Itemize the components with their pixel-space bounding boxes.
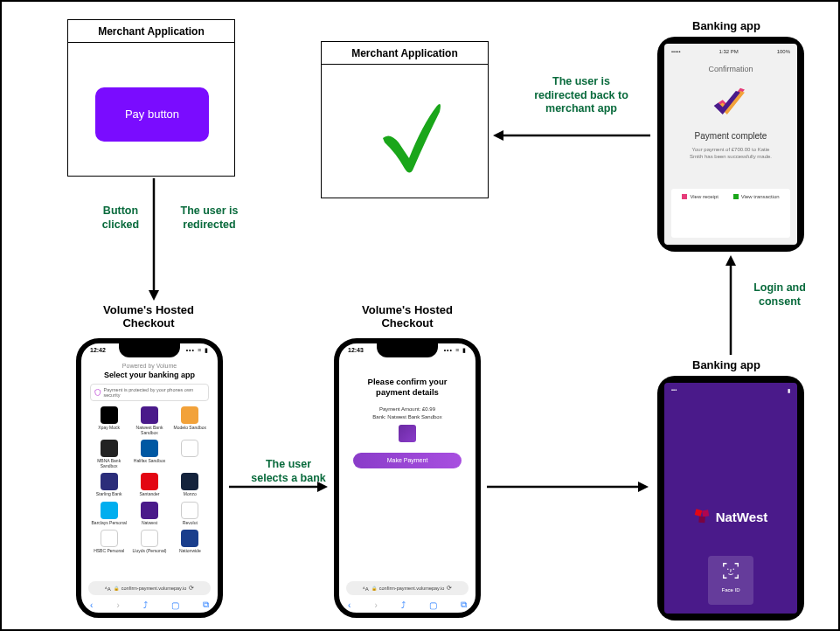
back-icon[interactable]: ‹ bbox=[348, 600, 351, 610]
bank-option[interactable]: Halifax Sandbox bbox=[130, 440, 168, 468]
volume-checkout-2: 12:43 ••• ≡ ▮ Please confirm your paymen… bbox=[334, 338, 481, 618]
status-bar: •••▮ bbox=[671, 387, 790, 393]
svg-rect-8 bbox=[698, 517, 705, 524]
checkmark-icon bbox=[374, 90, 444, 177]
payment-complete-icon bbox=[712, 82, 749, 119]
svg-rect-6 bbox=[695, 509, 703, 517]
svg-marker-14 bbox=[493, 130, 503, 141]
share-icon[interactable]: ⤴ bbox=[401, 600, 406, 610]
security-notice: Payment is protected by your phones own … bbox=[90, 384, 209, 401]
banking-app-login: •••▮ NatWest Face ID bbox=[657, 376, 804, 621]
bank-option[interactable]: HSBC Personal bbox=[90, 530, 128, 554]
faceid-icon bbox=[721, 561, 740, 580]
bookmarks-icon[interactable]: ▢ bbox=[429, 600, 437, 610]
volume-checkout-1: 12:42 ••• ≡ ▮ Powered by Volume Select y… bbox=[76, 338, 223, 618]
merchant-app-after: Merchant Application bbox=[321, 41, 489, 198]
natwest-brand: NatWest bbox=[694, 508, 768, 525]
status-icons: ••• ≡ ▮ bbox=[186, 347, 209, 354]
bank-option[interactable]: Nationwide bbox=[171, 530, 209, 554]
merchant-app-before: Merchant Application Pay button bbox=[67, 19, 235, 177]
view-receipt-button[interactable]: View receipt bbox=[682, 194, 719, 199]
bank-option[interactable]: Starling Bank bbox=[90, 473, 128, 497]
merchant-title: Merchant Application bbox=[68, 20, 234, 43]
volume-checkout-2-label: Volume's Hosted Checkout bbox=[346, 303, 469, 329]
payment-complete-headline: Payment complete bbox=[664, 131, 797, 141]
payment-detail: Your payment of £700.00 to KatieSmith ha… bbox=[664, 147, 797, 161]
svg-marker-12 bbox=[725, 255, 736, 266]
caption-button-clicked: Button clicked bbox=[95, 205, 146, 232]
powered-by: Powered by Volume bbox=[81, 363, 218, 369]
selected-bank-icon bbox=[399, 425, 416, 442]
bank-option[interactable]: Monzo bbox=[171, 473, 209, 497]
tabs-icon[interactable]: ⧉ bbox=[461, 600, 467, 610]
bank-grid: Xpay MockNatwest Bank SandboxModelo Sand… bbox=[90, 406, 209, 554]
bank-option[interactable] bbox=[171, 440, 209, 468]
bank-option[interactable]: Santander bbox=[130, 473, 168, 497]
arrow-left-icon bbox=[493, 127, 650, 144]
select-bank-title: Select your banking app bbox=[81, 371, 218, 379]
payment-details: Payment Amount: £0.99Bank: Natwest Bank … bbox=[339, 406, 476, 421]
safari-toolbar: ‹ › ⤴ ▢ ⧉ bbox=[348, 599, 467, 611]
banking-app-confirm-label: Banking app bbox=[692, 19, 760, 32]
natwest-logo-icon bbox=[694, 508, 712, 525]
forward-icon[interactable]: › bbox=[374, 600, 377, 610]
caption-redirected: The user is redirected bbox=[172, 205, 246, 232]
bank-option[interactable]: MBNA Bank Sandbox bbox=[90, 440, 128, 468]
status-time: 12:43 bbox=[348, 347, 364, 353]
make-payment-button[interactable]: Make Payment bbox=[353, 453, 462, 468]
diagram-canvas: Merchant Application Pay button Merchant… bbox=[0, 0, 840, 631]
volume-checkout-1-label: Volume's Hosted Checkout bbox=[87, 303, 210, 329]
caption-login-consent: Login and consent bbox=[745, 281, 815, 309]
svg-marker-5 bbox=[638, 482, 649, 492]
merchant-title: Merchant Application bbox=[322, 42, 488, 65]
faceid-prompt[interactable]: Face ID bbox=[708, 556, 753, 605]
bank-option[interactable]: Lloyds (Personal) bbox=[130, 530, 168, 554]
forward-icon[interactable]: › bbox=[116, 600, 119, 610]
safari-toolbar: ‹ › ⤴ ▢ ⧉ bbox=[90, 599, 209, 611]
status-time: 12:42 bbox=[90, 347, 106, 353]
status-bar: •••••1:32 PM100% bbox=[671, 49, 790, 54]
confirmation-title: Confirmation bbox=[664, 65, 797, 73]
caption-selects-bank: The user selects a bank bbox=[249, 458, 328, 485]
bank-option[interactable]: Natwest Bank Sandbox bbox=[130, 406, 168, 435]
address-bar[interactable]: ᴬA 🔒 confirm-payment.volumepay.io ⟳ bbox=[88, 581, 211, 595]
share-icon[interactable]: ⤴ bbox=[143, 600, 148, 610]
bank-option[interactable]: Modelo Sandbox bbox=[171, 406, 209, 435]
svg-rect-7 bbox=[702, 510, 709, 517]
svg-marker-1 bbox=[149, 290, 159, 301]
bank-option[interactable]: Natwest bbox=[130, 502, 168, 526]
arrow-up-icon bbox=[722, 255, 739, 355]
tabs-icon[interactable]: ⧉ bbox=[203, 600, 209, 610]
pay-button[interactable]: Pay button bbox=[95, 87, 209, 142]
confirm-title: Please confirm your payment details bbox=[339, 377, 476, 399]
banking-app-confirm: •••••1:32 PM100% Confirmation Payment co… bbox=[657, 37, 804, 252]
view-transaction-button[interactable]: View transaction bbox=[733, 194, 780, 199]
bookmarks-icon[interactable]: ▢ bbox=[171, 600, 179, 610]
bank-option[interactable]: Barclays Personal bbox=[90, 502, 128, 526]
confirm-actions: View receipt View transaction bbox=[671, 189, 790, 238]
caption-redirected-back: The user is redirected back to merchant … bbox=[533, 75, 629, 116]
bank-option[interactable]: Revolut bbox=[171, 502, 209, 526]
address-bar[interactable]: ᴬA 🔒 confirm-payment.volumepay.io ⟳ bbox=[346, 581, 469, 595]
status-icons: ••• ≡ ▮ bbox=[444, 347, 467, 354]
arrow-down-icon bbox=[145, 178, 163, 301]
svg-point-9 bbox=[727, 568, 728, 569]
shield-icon bbox=[94, 389, 101, 396]
back-icon[interactable]: ‹ bbox=[90, 600, 93, 610]
arrow-right-icon bbox=[487, 478, 649, 496]
banking-app-login-label: Banking app bbox=[692, 358, 760, 371]
bank-option[interactable]: Xpay Mock bbox=[90, 406, 128, 435]
svg-point-10 bbox=[732, 568, 733, 569]
